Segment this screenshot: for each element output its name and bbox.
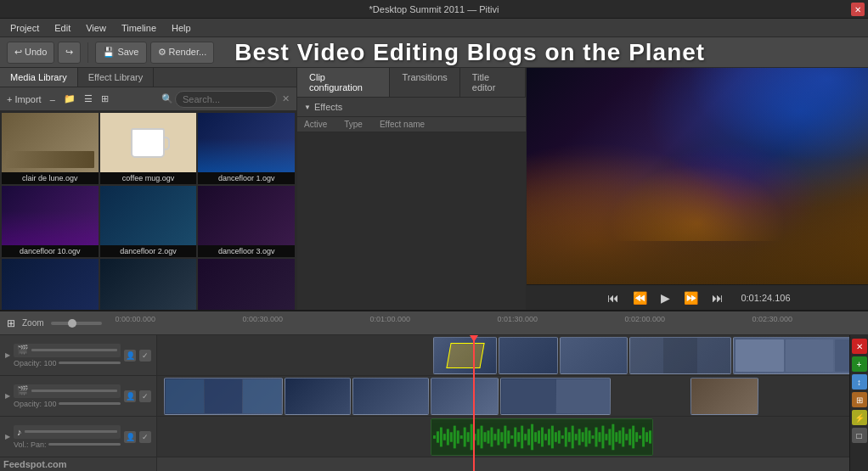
- clip[interactable]: [433, 337, 497, 374]
- skip-back-button[interactable]: ⏮: [604, 289, 623, 306]
- tool-btn-green[interactable]: +: [852, 356, 867, 372]
- tool-btn-blue[interactable]: ↕: [852, 374, 867, 390]
- tool-btn-gray[interactable]: □: [852, 428, 867, 443]
- clear-search-button[interactable]: ✕: [279, 92, 293, 106]
- clip[interactable]: [733, 337, 868, 374]
- tool-btn-red[interactable]: ✕: [852, 339, 867, 354]
- effect-library-tab[interactable]: Effect Library: [78, 68, 155, 87]
- clip[interactable]: [352, 378, 429, 415]
- list-item[interactable]: coffee mug.ogv: [100, 113, 197, 184]
- clip[interactable]: [690, 378, 758, 415]
- tab-transitions[interactable]: Transitions: [390, 68, 459, 97]
- media-label: clair de lune.ogv: [2, 172, 99, 184]
- track-label-inner: 🎬 Opacity: 100: [14, 344, 121, 367]
- clip[interactable]: [560, 337, 628, 374]
- list-item[interactable]: dancefloor 10.ogv: [2, 186, 99, 257]
- track-lock-btn3[interactable]: ✓: [139, 431, 151, 443]
- orange-light-layer: [595, 154, 799, 241]
- menu-timeline[interactable]: Timeline: [115, 21, 163, 35]
- svg-rect-26: [517, 432, 520, 441]
- svg-rect-31: [534, 432, 537, 441]
- tab-clip-configuration[interactable]: Clip configuration: [297, 68, 390, 97]
- zoom-slider[interactable]: [51, 322, 102, 325]
- svg-rect-33: [541, 428, 544, 447]
- svg-rect-7: [454, 426, 456, 449]
- svg-rect-41: [568, 432, 571, 441]
- media-label: dancefloor 3.ogv: [198, 245, 295, 257]
- toolbar: ↩ Undo ↪ 💾 Save ⚙ Render... Best Video E…: [0, 37, 868, 68]
- ruler-mark-5: 0:02:30.000: [752, 315, 793, 323]
- svg-rect-12: [471, 424, 473, 451]
- svg-rect-52: [605, 434, 607, 440]
- opacity-slider[interactable]: [59, 362, 121, 364]
- menu-edit[interactable]: Edit: [48, 21, 77, 35]
- search-input[interactable]: [175, 91, 277, 108]
- thumb-dance4: [2, 259, 99, 310]
- svg-rect-59: [628, 429, 631, 445]
- clip[interactable]: [431, 418, 653, 456]
- search-icon: 🔍: [161, 93, 173, 104]
- svg-rect-14: [477, 429, 480, 445]
- list-item[interactable]: dancefloor 6.ogv: [198, 259, 295, 310]
- svg-rect-18: [490, 428, 493, 447]
- clip[interactable]: [499, 337, 558, 374]
- volume-slider[interactable]: [48, 443, 121, 446]
- ruler-mark-4: 0:02:00.000: [625, 315, 666, 323]
- menu-project[interactable]: Project: [3, 21, 46, 35]
- thumb-dance1: [198, 113, 295, 172]
- clip[interactable]: [285, 378, 351, 415]
- svg-rect-62: [639, 435, 641, 439]
- list-item[interactable]: dancefloor 2.ogv: [100, 186, 197, 257]
- opacity-slider2[interactable]: [59, 402, 121, 405]
- redo-button[interactable]: ↪: [58, 42, 81, 64]
- effects-list: [297, 132, 526, 310]
- list-item[interactable]: dancefloor 4.ogv: [2, 259, 99, 310]
- tool-btn-orange[interactable]: ⊞: [852, 392, 867, 407]
- svg-rect-42: [572, 426, 574, 449]
- svg-rect-20: [497, 429, 499, 445]
- list-view-button[interactable]: ☰: [81, 92, 96, 106]
- remove-button[interactable]: –: [47, 93, 59, 106]
- rewind-button[interactable]: ⏪: [629, 289, 651, 306]
- track-lock-btn2[interactable]: ✓: [139, 390, 151, 402]
- fast-forward-button[interactable]: ⏩: [680, 289, 702, 306]
- col-active: Active: [304, 120, 327, 129]
- tool-btn-yellow[interactable]: ⚡: [852, 410, 867, 425]
- media-label: dancefloor 2.ogv: [100, 245, 197, 257]
- list-item[interactable]: dancefloor 1.ogv: [198, 113, 295, 184]
- undo-button[interactable]: ↩ Undo: [7, 42, 54, 64]
- play-button[interactable]: ▶: [657, 289, 674, 306]
- media-label: dancefloor 1.ogv: [198, 172, 295, 184]
- save-button[interactable]: 💾 Save: [95, 42, 146, 64]
- svg-rect-36: [551, 426, 554, 449]
- track-user-btn[interactable]: 👤: [124, 350, 136, 362]
- track-lock-btn[interactable]: ✓: [139, 350, 151, 362]
- skip-forward-button[interactable]: ⏭: [708, 289, 727, 306]
- svg-rect-22: [504, 426, 506, 449]
- clip[interactable]: [164, 378, 283, 415]
- folder-icon-button[interactable]: 📁: [60, 92, 79, 106]
- list-item[interactable]: dancefloor 5.ogv: [100, 259, 197, 310]
- track-row-audio: [157, 417, 868, 457]
- close-button[interactable]: ✕: [851, 3, 865, 16]
- menu-view[interactable]: View: [79, 21, 113, 35]
- svg-rect-13: [474, 434, 476, 440]
- track-user-btn2[interactable]: 👤: [124, 390, 136, 402]
- svg-rect-46: [585, 428, 588, 447]
- clip[interactable]: [629, 337, 731, 374]
- clip[interactable]: [500, 378, 611, 415]
- svg-rect-40: [565, 428, 567, 447]
- svg-rect-57: [622, 428, 624, 447]
- tracks-container: ▶ 🎬 Opacity: 100 👤 ✓ ▶: [0, 335, 868, 471]
- list-item[interactable]: clair de lune.ogv: [2, 113, 99, 184]
- list-item[interactable]: dancefloor 3.ogv: [198, 186, 295, 257]
- tab-title-editor[interactable]: Title editor: [460, 68, 526, 97]
- clip[interactable]: [431, 378, 499, 415]
- render-button[interactable]: ⚙ Render...: [150, 42, 215, 64]
- media-library-tab[interactable]: Media Library: [0, 68, 78, 87]
- import-button[interactable]: + Import: [3, 93, 45, 106]
- track-user-btn3[interactable]: 👤: [124, 431, 136, 443]
- media-grid: clair de lune.ogv coffee mug.ogv dancefl…: [0, 111, 296, 310]
- grid-view-button[interactable]: ⊞: [98, 92, 112, 106]
- menu-help[interactable]: Help: [165, 21, 198, 35]
